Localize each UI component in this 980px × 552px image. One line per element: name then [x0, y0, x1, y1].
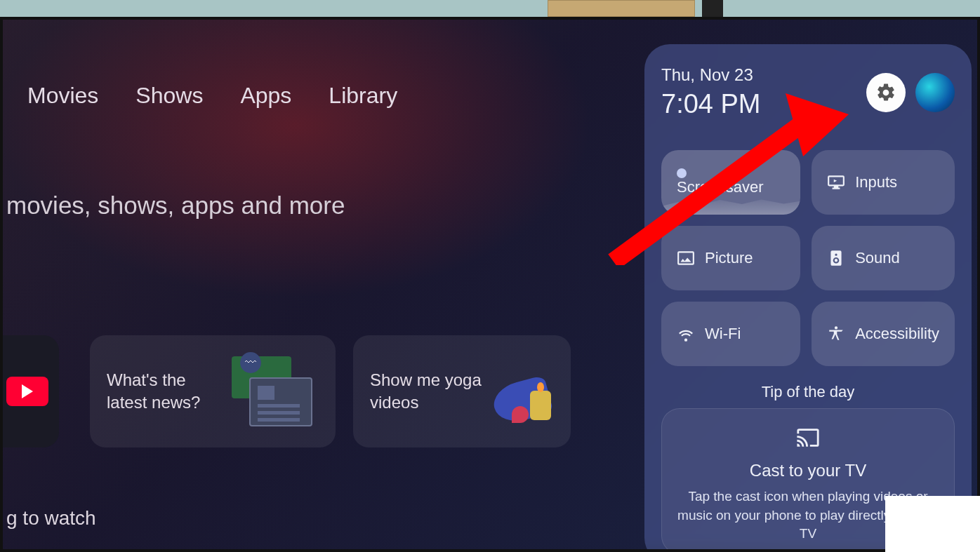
tile-accessibility[interactable]: Accessibility [812, 302, 955, 366]
date-time: Thu, Nov 23 7:04 PM [661, 65, 761, 119]
section-heading: g to watch [6, 507, 96, 530]
suggestion-cards-row: What's the latest news? 〰 Show me yoga v… [3, 335, 571, 447]
wifi-icon [677, 325, 695, 343]
tab-apps[interactable]: Apps [240, 83, 291, 109]
tv-frame: Movies Shows Apps Library movies, shows,… [0, 17, 980, 552]
tile-label: Screensaver [677, 178, 764, 196]
tv-screen: Movies Shows Apps Library movies, shows,… [3, 20, 977, 549]
tile-inputs[interactable]: Inputs [812, 150, 955, 215]
accessibility-icon [827, 325, 845, 343]
settings-button[interactable] [866, 73, 906, 112]
photo-background-decor [548, 0, 695, 17]
cast-icon [675, 426, 941, 452]
photo-background-decor [702, 0, 723, 17]
tab-library[interactable]: Library [329, 83, 397, 109]
time-text: 7:04 PM [661, 89, 761, 119]
tile-sound[interactable]: Sound [812, 226, 955, 290]
tile-label: Accessibility [855, 325, 939, 343]
sound-icon [827, 249, 845, 267]
newspaper-icon: 〰 [232, 356, 312, 426]
tile-wifi[interactable]: Wi-Fi [661, 302, 800, 366]
photo-watermark-box [885, 496, 980, 552]
card-latest-news[interactable]: What's the latest news? 〰 [90, 335, 336, 447]
quick-settings-grid: Screensaver Inputs Picture [661, 150, 955, 366]
tip-heading: Tip of the day [661, 383, 955, 401]
tile-picture[interactable]: Picture [661, 226, 800, 290]
date-text: Thu, Nov 23 [661, 65, 761, 85]
gear-icon [875, 82, 896, 103]
quick-settings-panel: Thu, Nov 23 7:04 PM Screensaver [644, 44, 972, 552]
tab-movies[interactable]: Movies [27, 83, 98, 109]
tile-label: Picture [705, 249, 753, 267]
card-text: What's the latest news? [107, 369, 219, 415]
tile-label: Inputs [855, 173, 897, 191]
tile-label: Sound [855, 249, 900, 267]
picture-icon [677, 249, 695, 267]
inputs-icon [827, 173, 845, 191]
tile-label: Wi-Fi [705, 325, 741, 343]
profile-avatar-button[interactable] [915, 73, 955, 112]
tile-screensaver[interactable]: Screensaver [661, 150, 800, 215]
yoga-icon [495, 360, 554, 423]
search-hint-text[interactable]: movies, shows, apps and more [6, 191, 345, 220]
card-yoga-videos[interactable]: Show me yoga videos [353, 335, 571, 447]
card-text: Show me yoga videos [370, 369, 482, 415]
tab-shows[interactable]: Shows [135, 83, 203, 109]
top-nav-tabs: Movies Shows Apps Library [27, 83, 397, 109]
tip-title: Cast to your TV [675, 461, 941, 480]
